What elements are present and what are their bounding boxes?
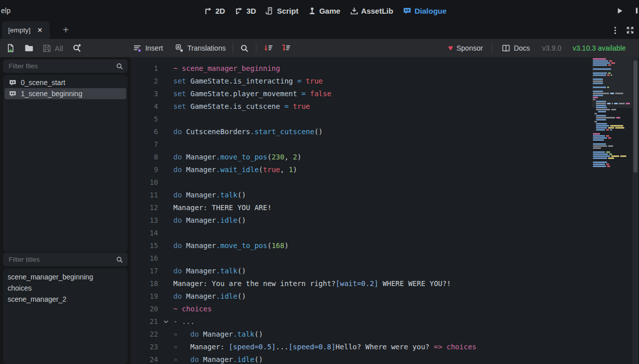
- code-line-15[interactable]: 15do Manager.move_to_pos(168): [131, 239, 589, 252]
- minimap-row: [593, 101, 631, 102]
- code-line-22[interactable]: 22»do Manager.talk(): [131, 328, 589, 341]
- minimap[interactable]: [593, 58, 631, 168]
- kebab-menu-icon[interactable]: [614, 26, 616, 34]
- new-tab-button[interactable]: +: [63, 21, 69, 39]
- search-icon: [116, 256, 123, 263]
- code-line-16[interactable]: 16: [131, 252, 589, 265]
- insert-button[interactable]: Insert: [133, 44, 163, 53]
- pause-icon[interactable]: [635, 7, 639, 14]
- code-line-17[interactable]: 17do Manager.talk(): [131, 265, 589, 277]
- code-line-18[interactable]: 18Manager: You are the new intern right?…: [131, 277, 589, 290]
- minimap-row: [593, 105, 631, 106]
- minimap-segment: [610, 129, 612, 131]
- line-tokens: - ...: [173, 315, 195, 328]
- code-line-12[interactable]: 12Manager: THERE YOU ARE!: [131, 201, 589, 214]
- code-line-7[interactable]: 7: [131, 138, 589, 151]
- line-tokens: do Manager.idle(): [173, 214, 246, 227]
- title-item-scene_manager_beginning[interactable]: scene_manager_beginning: [3, 271, 128, 282]
- code-line-23[interactable]: 23»Manager: [speed=0.5]...[speed=0.8]Hel…: [131, 341, 589, 353]
- save-all-button[interactable]: All: [43, 44, 63, 53]
- token-pn: (): [237, 292, 246, 300]
- sidebar: 0_scene_start1_scene_beginning scene_man…: [0, 57, 131, 364]
- line-number: 7: [131, 138, 158, 151]
- fold-chevron-icon[interactable]: [158, 318, 173, 325]
- update-available-link[interactable]: v3.10.3 available: [573, 44, 626, 52]
- filter-titles-input[interactable]: [8, 255, 116, 264]
- file-item-1_scene_beginning[interactable]: 1_scene_beginning: [5, 88, 126, 99]
- minimap-row: [593, 64, 631, 66]
- docs-button[interactable]: Docs: [502, 44, 530, 53]
- indent-marker-icon: »: [173, 353, 191, 364]
- code-line-10[interactable]: 10: [131, 176, 589, 189]
- sort-lines-icon[interactable]: [264, 44, 273, 53]
- help-menu-partial[interactable]: elp: [1, 0, 11, 21]
- minimap-segment: [593, 143, 606, 145]
- line-tokens: do CutsceneBorders.start_cutscene(): [173, 126, 323, 138]
- code-line-6[interactable]: 6do CutsceneBorders.start_cutscene(): [131, 126, 589, 138]
- vertical-scrollbar[interactable]: [632, 57, 638, 364]
- minimap-row: [593, 139, 631, 141]
- workspace-button-assetlib[interactable]: AssetLib: [350, 7, 393, 15]
- line-number: 15: [131, 239, 158, 252]
- token-pn: (): [237, 216, 246, 224]
- code-line-24[interactable]: 24»do Manager.idle(): [131, 353, 589, 364]
- sponsor-button[interactable]: ♥ Sponsor: [448, 44, 483, 53]
- code-line-3[interactable]: 3set GameState.player_movement = false: [131, 88, 589, 100]
- minimap-row: [593, 123, 631, 125]
- tab-label: [empty]: [8, 26, 30, 34]
- token-num: 1: [289, 166, 293, 174]
- title-item-choices[interactable]: choices: [3, 282, 128, 294]
- sort-lines-indent-icon[interactable]: [281, 44, 291, 53]
- token-mth: .talk: [233, 330, 254, 338]
- file-item-0_scene_start[interactable]: 0_scene_start: [5, 77, 126, 88]
- expand-icon[interactable]: [626, 26, 634, 34]
- filter-files-input[interactable]: [8, 62, 116, 70]
- minimap-segment: [593, 166, 606, 167]
- minimap-segment: [596, 101, 606, 102]
- code-line-14[interactable]: 14: [131, 227, 589, 239]
- minimap-segment: [593, 72, 607, 74]
- line-tokens: do Manager.idle(): [191, 353, 263, 364]
- minimap-segment: [593, 93, 609, 94]
- code-line-8[interactable]: 8do Manager.move_to_pos(230, 2): [131, 151, 589, 164]
- token-kw: do: [173, 128, 186, 136]
- minimap-segment: [610, 93, 614, 94]
- code-line-19[interactable]: 19do Manager.idle(): [131, 290, 589, 303]
- code-line-21[interactable]: 21- ...: [131, 315, 589, 328]
- search-icon[interactable]: [240, 44, 249, 53]
- code-line-2[interactable]: 2set GameState.is_interacting = true: [131, 75, 589, 88]
- new-file-icon[interactable]: [6, 44, 15, 53]
- workspace-button-dialogue[interactable]: Dialogue: [403, 7, 446, 15]
- token-kw: set: [173, 102, 191, 110]
- code-line-5[interactable]: 5: [131, 113, 589, 126]
- token-num: 230: [272, 153, 284, 161]
- find-in-files-icon[interactable]: [72, 44, 82, 53]
- tab-bar: [empty] ✕ +: [0, 21, 639, 39]
- minimap-row: [593, 141, 631, 143]
- workspace-switcher: 2D3DScriptGameAssetLibDialogue: [204, 0, 446, 21]
- code-line-20[interactable]: 20~ choices: [131, 303, 589, 315]
- tab-empty[interactable]: [empty] ✕: [2, 21, 50, 39]
- workspace-button-3d[interactable]: 3D: [235, 7, 256, 15]
- code-editor[interactable]: 1~ scene_manager_beginning2set GameState…: [131, 57, 639, 364]
- workspace-button-script[interactable]: Script: [266, 7, 298, 15]
- close-icon[interactable]: ✕: [37, 26, 43, 34]
- code-line-4[interactable]: 4set GameState.is_cutscene = true: [131, 100, 589, 113]
- translations-button[interactable]: Translations: [175, 44, 226, 53]
- minimap-row: [593, 93, 631, 94]
- code-line-11[interactable]: 11do Manager.talk(): [131, 189, 589, 201]
- workspace-button-game[interactable]: Game: [308, 7, 341, 15]
- minimap-row: [593, 60, 631, 62]
- open-folder-icon[interactable]: [24, 44, 33, 53]
- line-tokens: do Manager.move_to_pos(168): [173, 239, 289, 252]
- indent-marker-icon: »: [173, 341, 191, 353]
- code-line-13[interactable]: 13do Manager.idle(): [131, 214, 589, 227]
- code-line-1[interactable]: 1~ scene_manager_beginning: [131, 62, 589, 75]
- code-line-9[interactable]: 9do Manager.wait_idle(true, 1): [131, 164, 589, 176]
- title-item-scene_manager_2[interactable]: scene_manager_2: [3, 294, 128, 305]
- scrollbar-thumb[interactable]: [633, 60, 637, 173]
- workspace-button-2d[interactable]: 2D: [204, 7, 225, 15]
- token-txt: ...: [276, 343, 288, 351]
- line-number: 2: [131, 75, 158, 88]
- play-icon[interactable]: [616, 7, 624, 15]
